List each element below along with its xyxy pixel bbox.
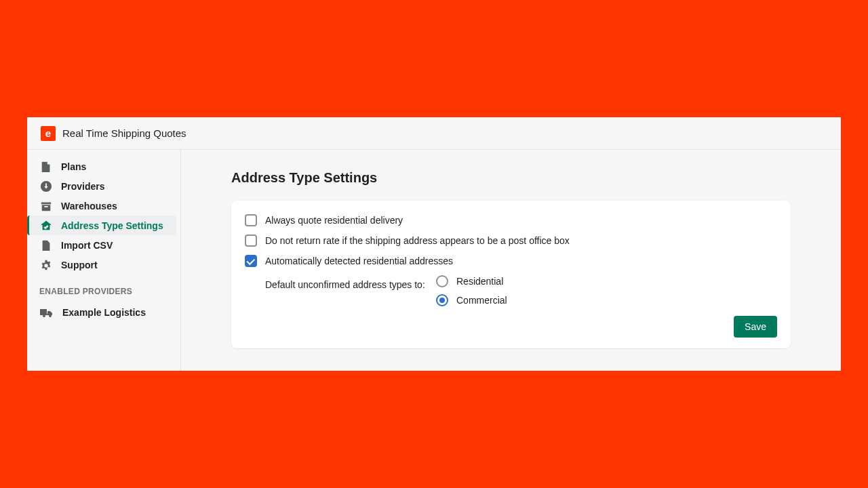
sidebar-item-label: Import CSV bbox=[61, 240, 113, 251]
checkbox[interactable] bbox=[245, 255, 257, 267]
provider-label: Example Logistics bbox=[62, 307, 146, 318]
sidebar-item-providers[interactable]: Providers bbox=[27, 176, 180, 196]
sidebar-item-support[interactable]: Support bbox=[27, 255, 180, 274]
default-address-type-group: Default unconfirmed address types to: Re… bbox=[265, 275, 777, 306]
app-title: Real Time Shipping Quotes bbox=[62, 127, 186, 139]
radio-label: Residential bbox=[456, 276, 503, 287]
app-body: Plans Providers Warehouses Address Type … bbox=[27, 150, 841, 371]
file-lines-icon bbox=[39, 239, 53, 252]
save-button[interactable]: Save bbox=[734, 316, 777, 338]
checkbox-row-po-box[interactable]: Do not return rate if the shipping addre… bbox=[245, 235, 777, 247]
card-actions: Save bbox=[245, 316, 777, 338]
default-group-label: Default unconfirmed address types to: bbox=[265, 275, 436, 290]
content-area: Address Type Settings Always quote resid… bbox=[181, 150, 841, 371]
page-title: Address Type Settings bbox=[231, 170, 791, 186]
truck-icon bbox=[39, 306, 53, 319]
sidebar-item-import-csv[interactable]: Import CSV bbox=[27, 235, 180, 255]
home-check-icon bbox=[39, 219, 53, 232]
app-logo: e bbox=[41, 126, 56, 141]
radio-option-residential[interactable]: Residential bbox=[436, 275, 507, 287]
sidebar-section-label: ENABLED PROVIDERS bbox=[27, 274, 180, 302]
checkbox[interactable] bbox=[245, 235, 257, 247]
checkbox-row-always-residential[interactable]: Always quote residential delivery bbox=[245, 214, 777, 226]
checkbox-label: Automatically detected residential addre… bbox=[265, 256, 453, 266]
provider-item-example[interactable]: Example Logistics bbox=[27, 302, 180, 323]
sidebar-item-address-type-settings[interactable]: Address Type Settings bbox=[27, 216, 176, 235]
radio-button[interactable] bbox=[436, 275, 448, 287]
radio-group: Residential Commercial bbox=[436, 275, 507, 306]
app-window: e Real Time Shipping Quotes Plans Provid… bbox=[27, 117, 841, 371]
checkbox[interactable] bbox=[245, 214, 257, 226]
radio-option-commercial[interactable]: Commercial bbox=[436, 294, 507, 306]
download-circle-icon bbox=[39, 180, 53, 193]
settings-card: Always quote residential delivery Do not… bbox=[231, 201, 791, 348]
archive-icon bbox=[39, 199, 53, 213]
sidebar-item-label: Support bbox=[61, 260, 98, 270]
sidebar-item-warehouses[interactable]: Warehouses bbox=[27, 196, 180, 216]
sidebar-item-label: Plans bbox=[61, 161, 86, 172]
file-info-icon bbox=[39, 160, 53, 174]
sidebar: Plans Providers Warehouses Address Type … bbox=[27, 150, 181, 371]
sidebar-item-label: Warehouses bbox=[61, 201, 117, 211]
checkbox-row-auto-detect[interactable]: Automatically detected residential addre… bbox=[245, 255, 777, 267]
radio-button[interactable] bbox=[436, 294, 448, 306]
sidebar-item-label: Address Type Settings bbox=[61, 220, 163, 231]
gear-icon bbox=[39, 258, 53, 272]
sidebar-item-label: Providers bbox=[61, 181, 105, 192]
checkbox-label: Always quote residential delivery bbox=[265, 215, 403, 226]
header-bar: e Real Time Shipping Quotes bbox=[27, 117, 841, 150]
radio-label: Commercial bbox=[456, 295, 507, 306]
sidebar-item-plans[interactable]: Plans bbox=[27, 157, 180, 176]
checkbox-label: Do not return rate if the shipping addre… bbox=[265, 235, 570, 246]
